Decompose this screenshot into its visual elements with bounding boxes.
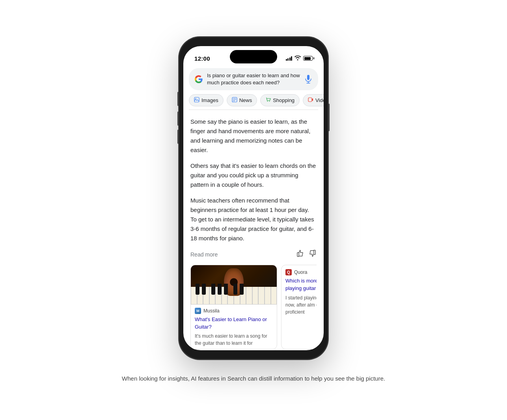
status-icons <box>286 56 313 61</box>
divider <box>189 110 318 110</box>
caption-text: When looking for insights, AI features i… <box>122 374 385 383</box>
news-tab-icon <box>232 97 237 104</box>
videos-tab-icon <box>308 97 313 104</box>
svg-rect-0 <box>307 75 309 80</box>
dynamic-island <box>230 50 277 63</box>
source-cards: M Mussila What's Easier to Learn Piano o… <box>190 265 317 349</box>
page-wrapper: 12:00 <box>0 21 507 399</box>
quora-brand: Q Quora <box>285 269 317 275</box>
answer-section: Some say the piano is easier to learn, a… <box>183 112 324 350</box>
phone-screen: 12:00 <box>183 46 324 350</box>
svg-point-10 <box>269 101 270 102</box>
thumbs-down-icon[interactable] <box>309 249 317 259</box>
mussila-card-info: M Mussila What's Easier to Learn Piano o… <box>191 305 277 349</box>
svg-rect-11 <box>308 98 312 102</box>
read-more-row: Read more <box>190 249 317 259</box>
google-logo-icon <box>194 75 203 84</box>
quora-card-body: Q Quora Which is more playing piano play… <box>281 265 317 319</box>
quora-favicon-icon: Q <box>285 269 292 275</box>
tab-videos-label: Vide... <box>315 97 324 103</box>
quora-card-title: Which is more playing piano playing guit… <box>285 277 317 292</box>
source-card-quora[interactable]: Q Quora Which is more playing piano play… <box>281 265 317 349</box>
screen-content: Is piano or guitar easier to learn and h… <box>183 65 324 350</box>
status-time: 12:00 <box>194 55 210 62</box>
quora-source-name: Quora <box>294 269 307 275</box>
filter-tabs: Images News Shopping <box>183 94 324 110</box>
mussila-card-snippet: It's much easier to learn a song for the… <box>195 333 273 347</box>
svg-point-4 <box>195 98 196 99</box>
read-more-link[interactable]: Read more <box>190 251 218 258</box>
tab-shopping[interactable]: Shopping <box>260 94 300 106</box>
signal-bars-icon <box>286 56 293 61</box>
tab-images[interactable]: Images <box>189 94 224 106</box>
piano-guitar-image <box>191 265 277 305</box>
mussila-source-name: Mussila <box>203 308 220 314</box>
shopping-tab-icon <box>265 97 271 104</box>
search-bar[interactable]: Is piano or guitar easier to learn and h… <box>189 68 318 90</box>
search-query-text: Is piano or guitar easier to learn and h… <box>207 72 300 86</box>
feedback-icons <box>296 249 317 259</box>
tab-news[interactable]: News <box>227 94 257 106</box>
images-tab-icon <box>194 97 199 104</box>
answer-paragraph-1: Some say the piano is easier to learn, a… <box>190 117 317 155</box>
status-bar: 12:00 <box>183 46 324 65</box>
answer-paragraph-2: Others say that it's easier to learn cho… <box>190 161 317 190</box>
mussila-favicon-icon: M <box>195 308 201 314</box>
guitar-body <box>224 268 244 296</box>
battery-icon <box>303 56 313 61</box>
svg-point-9 <box>267 101 268 102</box>
tab-images-label: Images <box>201 97 218 103</box>
quora-card-snippet: I started playing instruments th now, af… <box>285 294 317 316</box>
mussila-brand: M Mussila <box>195 308 273 314</box>
tab-shopping-label: Shopping <box>273 97 295 103</box>
tab-videos[interactable]: Vide... <box>303 94 324 106</box>
guitar-hole <box>230 278 238 286</box>
source-card-mussila[interactable]: M Mussila What's Easier to Learn Piano o… <box>190 265 277 349</box>
mic-icon[interactable] <box>304 75 313 84</box>
answer-paragraph-3: Music teachers often recommend that begi… <box>190 196 317 243</box>
tab-news-label: News <box>239 97 252 103</box>
wifi-icon <box>295 56 301 61</box>
thumbs-up-icon[interactable] <box>296 249 304 259</box>
phone-shell: 12:00 <box>179 37 328 360</box>
mussila-card-title: What's Easier to Learn Piano or Guitar? <box>195 316 273 330</box>
